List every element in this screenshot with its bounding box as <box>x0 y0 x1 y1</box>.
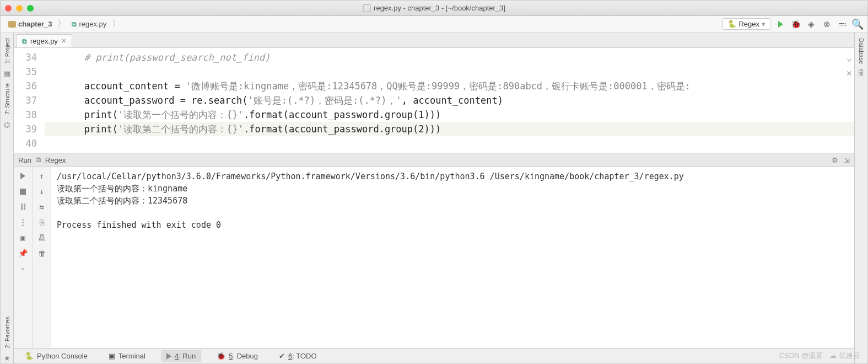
profile-button[interactable]: ⊗ <box>821 19 832 30</box>
layout-icon[interactable]: ▣ <box>18 232 29 243</box>
pause-button[interactable] <box>18 201 29 212</box>
run-config-label: Regex <box>738 20 759 28</box>
console-output[interactable]: /usr/local/Cellar/python3/3.6.0/Framewor… <box>51 167 854 348</box>
pin-icon[interactable]: 📌 <box>18 248 29 259</box>
export-icon[interactable]: ⎘ <box>36 217 47 228</box>
tool-label: 4: Run <box>175 352 196 360</box>
sidebar-favorites[interactable]: 2: Favorites <box>3 313 12 351</box>
window-maximize-icon[interactable] <box>27 5 34 12</box>
breadcrumb-folder[interactable]: chapter_3 <box>5 19 55 29</box>
stop-button[interactable] <box>18 186 29 197</box>
sidebar-project[interactable]: 1: Project <box>3 35 12 67</box>
run-panel-config: Regex <box>45 156 66 164</box>
dots-icon[interactable] <box>18 217 29 228</box>
tool-label: 6: TODO <box>288 352 317 360</box>
trash-icon[interactable]: 🗑 <box>36 248 47 259</box>
tool-todo[interactable]: ✔ 6: TODO <box>273 350 322 362</box>
run-panel-header[interactable]: Run ⧉ Regex ⚙ ⇲ <box>14 153 854 167</box>
debug-button[interactable]: 🐞 <box>790 19 801 30</box>
rerun-button[interactable] <box>18 170 29 181</box>
sidebar-structure[interactable]: 7: Structure <box>3 80 12 118</box>
wrap-icon[interactable]: ⇆ <box>36 201 47 212</box>
expand-icon[interactable]: » <box>21 263 25 275</box>
down-arrow-icon[interactable]: ↓ <box>36 186 47 197</box>
run-panel-title: Run <box>18 156 31 164</box>
todo-icon: ✔ <box>279 352 285 360</box>
hide-icon[interactable]: ✕ <box>847 66 852 80</box>
python-icon: ⧉ <box>22 38 27 45</box>
print-icon[interactable]: 🖶 <box>36 232 47 243</box>
terminal-icon: ▣ <box>109 352 115 360</box>
star-icon[interactable]: ★ <box>3 354 12 362</box>
database-icon[interactable]: 🗄 <box>857 68 866 77</box>
watermark-csdn: CSDN @流景 <box>779 351 823 361</box>
chevron-down-icon: ▾ <box>762 20 765 28</box>
up-arrow-icon[interactable]: ↑ <box>36 170 47 181</box>
sidebar-database[interactable]: Database <box>857 35 866 67</box>
titlebar: regex.py - chapter_3 - [~/book/chapter_3… <box>1 1 867 16</box>
tab-label: regex.py <box>30 37 58 45</box>
tool-label: Python Console <box>37 352 88 360</box>
tool-label: Terminal <box>118 352 145 360</box>
watermark-yisu: ☁ 亿速云 <box>829 351 860 361</box>
structure-icon[interactable]: ⌬ <box>3 120 12 129</box>
run-button[interactable] <box>775 19 786 30</box>
bug-icon: 🐞 <box>217 352 225 360</box>
python-icon: ⧉ <box>72 20 77 28</box>
collapse-icon[interactable]: ⌄ <box>847 50 852 65</box>
breadcrumb-separator: 〉 <box>112 18 121 30</box>
watermark: CSDN @流景 ☁ 亿速云 <box>779 351 860 361</box>
tool-terminal[interactable]: ▣ Terminal <box>103 350 151 362</box>
folder-icon <box>8 21 16 28</box>
code-editor[interactable]: 34353637383940 # print(password_search_n… <box>14 48 854 153</box>
tool-label: 5: Debug <box>229 352 258 360</box>
breadcrumb-dir-label: chapter_3 <box>18 20 52 28</box>
minimize-icon[interactable]: ⇲ <box>844 156 850 164</box>
tool-run[interactable]: 4: Run <box>161 350 201 362</box>
file-icon <box>363 4 370 12</box>
coverage-button[interactable]: ◈ <box>806 19 817 30</box>
tool-python-console[interactable]: 🐍 Python Console <box>19 350 93 362</box>
window-close-icon[interactable] <box>5 5 12 12</box>
navigation-toolbar: chapter_3 〉 ⧉ regex.py 〉 🐍 Regex ▾ 🐞 ◈ ⊗… <box>1 16 867 33</box>
breadcrumb-file[interactable]: ⧉ regex.py <box>68 19 110 29</box>
breadcrumb-separator: 〉 <box>57 18 66 30</box>
run-config-selector[interactable]: 🐍 Regex ▾ <box>723 18 770 30</box>
gear-icon[interactable]: ⚙ <box>832 156 838 164</box>
editor-tab[interactable]: ⧉ regex.py ✕ <box>16 34 72 47</box>
run-icon <box>166 353 171 360</box>
python-icon: 🐍 <box>25 352 34 360</box>
window-title: regex.py - chapter_3 - [~/book/chapter_3… <box>374 4 505 12</box>
search-icon[interactable]: 🔍 <box>852 19 863 30</box>
breadcrumb-file-label: regex.py <box>79 20 106 28</box>
python-icon: 🐍 <box>727 20 736 28</box>
close-tab-icon[interactable]: ✕ <box>61 38 66 45</box>
window-minimize-icon[interactable] <box>16 5 23 12</box>
python-icon: ⧉ <box>36 156 41 164</box>
folder-icon[interactable]: ▦ <box>3 69 12 78</box>
tool-debug[interactable]: 🐞 5: Debug <box>211 350 263 362</box>
stop-button[interactable]: ≕ <box>837 19 848 30</box>
